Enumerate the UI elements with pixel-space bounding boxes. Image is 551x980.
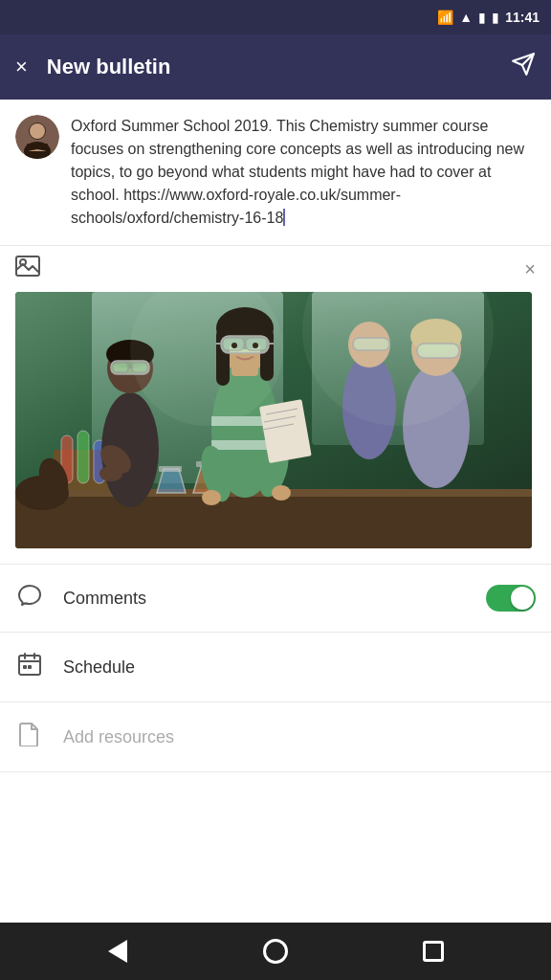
status-time: 11:41	[505, 10, 540, 25]
svg-rect-21	[159, 466, 182, 472]
header: × New bulletin	[0, 34, 551, 100]
back-button[interactable]	[99, 932, 137, 970]
schedule-row[interactable]: Schedule	[0, 633, 551, 702]
home-icon	[263, 939, 288, 964]
attachment-area: ×	[0, 246, 551, 565]
comments-label: Comments	[63, 589, 467, 609]
message-area[interactable]: Oxford Summer School 2019. This Chemistr…	[0, 100, 551, 246]
signal-icon: ▮	[478, 10, 486, 25]
header-left: × New bulletin	[15, 55, 170, 79]
status-bar: 📶 ▲ ▮ ▮ 11:41	[0, 0, 551, 34]
content-area: Oxford Summer School 2019. This Chemistr…	[0, 100, 551, 923]
battery-icon: ▮	[492, 10, 499, 25]
page-title: New bulletin	[47, 55, 171, 79]
wifi-icon: ▲	[459, 10, 473, 25]
recents-button[interactable]	[414, 932, 452, 970]
schedule-label: Schedule	[63, 657, 536, 678]
bluetooth-icon: 📶	[437, 10, 453, 25]
comments-icon	[15, 584, 44, 612]
attachment-image	[15, 292, 532, 548]
svg-point-5	[30, 123, 45, 139]
resources-row[interactable]: Add resources	[0, 702, 551, 772]
bottom-nav	[0, 923, 551, 980]
send-button[interactable]	[511, 52, 536, 82]
schedule-icon	[15, 652, 44, 682]
home-button[interactable]	[256, 932, 295, 970]
svg-point-28	[202, 490, 221, 505]
attachment-close-button[interactable]: ×	[524, 258, 536, 280]
svg-rect-50	[113, 363, 128, 372]
resources-icon	[15, 722, 44, 752]
comments-row: Comments	[0, 565, 551, 633]
resources-label: Add resources	[63, 727, 536, 747]
recents-icon	[423, 941, 444, 962]
comments-toggle[interactable]	[486, 585, 536, 612]
image-icon	[15, 256, 40, 282]
status-icons: 📶 ▲ ▮ ▮ 11:41	[437, 10, 540, 25]
close-button[interactable]: ×	[15, 55, 28, 79]
avatar	[15, 115, 59, 159]
svg-rect-69	[23, 665, 27, 669]
toggle-knob	[511, 587, 534, 610]
back-icon	[108, 940, 127, 963]
svg-rect-18	[77, 431, 89, 483]
svg-rect-70	[28, 665, 32, 669]
svg-point-29	[272, 485, 291, 501]
svg-rect-14	[15, 493, 532, 548]
message-text[interactable]: Oxford Summer School 2019. This Chemistr…	[71, 115, 536, 230]
svg-point-53	[99, 466, 122, 481]
attachment-header: ×	[15, 256, 536, 282]
